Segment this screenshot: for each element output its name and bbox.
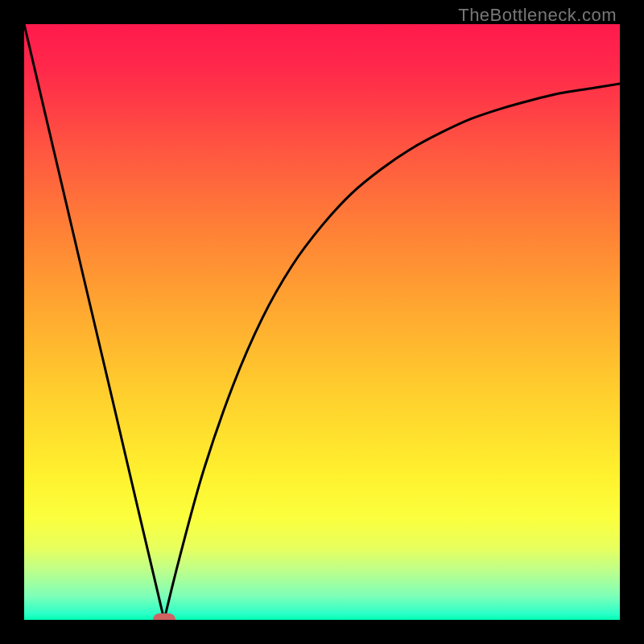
- chart-frame: [0, 0, 644, 644]
- watermark-text: TheBottleneck.com: [458, 5, 617, 26]
